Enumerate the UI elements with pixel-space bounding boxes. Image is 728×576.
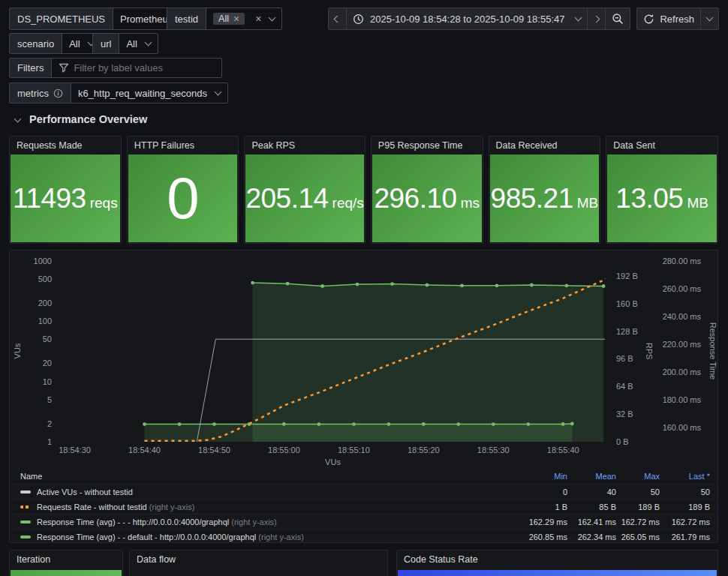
legend-min-value: 0 [513,488,567,496]
legend-mean-value: 262.34 ms [567,532,616,542]
bottom-panel: Code Status Rate [396,550,718,576]
legend-row: Requests Rate - without testid (right y-… [10,499,717,514]
svg-text:RPS: RPS [645,343,654,360]
stat-unit: req/s [332,195,364,212]
timeseries-chart[interactable]: 1000500200100502010521192 B160 B128 B96 … [10,250,717,469]
filter-by-label-input[interactable] [72,62,215,74]
svg-text:100: 100 [38,316,52,326]
svg-text:18:54:40: 18:54:40 [128,446,161,454]
metrics-value[interactable]: k6_http_req_waiting_seconds [71,83,227,103]
stat-unit: MB [577,195,599,212]
chart-legend: Name Min Mean Max Last * Active VUs - wi… [10,469,717,544]
refresh-interval-dropdown[interactable] [700,8,719,30]
svg-text:2: 2 [47,419,52,428]
chevron-down-icon [144,38,152,46]
clear-all-icon[interactable]: × [255,14,261,24]
testid-chip[interactable]: All × [213,13,245,25]
grafana-dashboard: DS_PROMETHEUS Prometheus testid All × × … [0,0,728,576]
svg-text:96 B: 96 B [616,354,633,363]
stat-panel-title[interactable]: Peak RPS [245,136,364,154]
legend-last-value: 50 [660,488,710,496]
svg-text:200.00 ms: 200.00 ms [663,368,702,376]
stat-panel: Peak RPS 205.14 req/s [244,136,365,244]
legend-last-value: 189 B [660,502,710,512]
svg-text:18:55:20: 18:55:20 [408,446,440,454]
legend-mean-value: 40 [567,488,616,496]
testid-label: testid [167,8,206,29]
legend-last-value: 261.79 ms [660,532,710,542]
bottom-panel-title[interactable]: Code Status Rate [397,550,717,568]
legend-min-value: 162.29 ms [513,518,567,526]
url-selected: All [126,38,137,50]
svg-text:18:55:00: 18:55:00 [268,446,300,454]
filters-label: Filters [10,58,52,77]
legend-mean-value: Mean [567,472,616,481]
legend-last-value: Last * [660,472,710,481]
svg-text:0 B: 0 B [616,437,629,446]
section-title: Performance Overview [29,113,147,125]
stat-panel: Data Sent 13.05 MB [606,136,718,244]
stat-panel-title[interactable]: Requests Made [10,136,121,154]
legend-min-value: Min [513,472,567,481]
svg-text:1: 1 [47,437,52,446]
time-range-picker[interactable]: 2025-10-09 18:54:28 to 2025-10-09 18:55:… [346,8,588,30]
stat-panel-title[interactable]: P95 Response Time [372,136,483,154]
metrics-label: metrics [17,88,49,99]
chevron-down-icon [575,14,582,21]
legend-series-name[interactable]: Active VUs - without testid [37,488,513,496]
legend-min-value: 260.85 ms [513,532,567,542]
legend-series-name[interactable]: Requests Rate - without testid (right y-… [37,502,513,512]
svg-text:10: 10 [43,377,52,386]
url-label: url [93,34,119,53]
svg-text:18:55:30: 18:55:30 [477,446,510,454]
legend-series-name[interactable]: Name [20,472,513,481]
scenario-filter[interactable]: scenario All [9,33,101,54]
legend-series-name[interactable]: Response Time (avg) - - - http://0.0.0.0… [37,518,513,526]
stats-row: Requests Made 11493 reqs HTTP Failures 0… [9,136,718,244]
stat-panel-value-area: 985.21 MB [490,154,600,242]
stat-panel-value-area: 296.10 ms [372,154,482,242]
stat-panel-title[interactable]: HTTP Failures [128,136,239,154]
testid-filter[interactable]: testid All × × [167,8,282,30]
svg-text:18:54:30: 18:54:30 [59,446,91,454]
bottom-panel-title[interactable]: Data flow [130,550,387,568]
stat-value: 205.14 [245,183,328,214]
stat-value: 11493 [13,183,86,214]
svg-text:200: 200 [38,298,52,308]
scenario-selected: All [69,38,80,50]
zoom-out-button[interactable] [605,8,630,30]
url-value[interactable]: All [119,34,157,53]
legend-min-value: 1 B [513,502,567,512]
svg-text:Response Time: Response Time [708,322,717,380]
stat-panel: P95 Response Time 296.10 ms [371,136,483,244]
url-filter[interactable]: url All [92,33,158,54]
section-performance-overview[interactable]: Performance Overview [15,113,147,125]
legend-row: Name Min Mean Max Last * [10,469,717,484]
bottom-panel: Data flow [129,550,388,576]
legend-row: Active VUs - without testid 0 40 50 50 [10,484,717,499]
stat-value: 985.21 [491,183,573,214]
stat-panel-title[interactable]: Data Sent [606,136,717,154]
stat-value: 13.05 [615,183,683,214]
svg-text:50: 50 [43,334,52,344]
label-filters[interactable]: Filters [9,58,222,78]
stat-panel-title[interactable]: Data Received [489,136,600,154]
refresh-button[interactable]: Refresh [636,8,701,30]
stat-unit: MB [687,195,708,212]
time-range-text: 2025-10-09 18:54:28 to 2025-10-09 18:55:… [370,14,565,25]
stat-panel-value-area: 205.14 req/s [245,154,363,242]
bottom-panel-title[interactable]: Iteration [10,550,122,568]
time-shift-forward-button[interactable] [587,8,606,30]
info-icon [53,88,63,98]
legend-series-swatch [20,490,31,494]
svg-text:18:55:10: 18:55:10 [338,446,370,454]
scenario-label: scenario [10,34,62,53]
legend-series-name[interactable]: Response Time (avg) - - default - http:/… [37,532,513,542]
chip-remove-icon[interactable]: × [233,14,239,24]
time-shift-back-button[interactable] [328,8,347,30]
metrics-picker[interactable]: metrics k6_http_req_waiting_seconds [9,82,228,104]
testid-chip-label: All [218,14,229,24]
stat-unit: reqs [90,195,118,212]
chevron-down-icon [269,14,276,21]
testid-value[interactable]: All × × [206,8,281,29]
